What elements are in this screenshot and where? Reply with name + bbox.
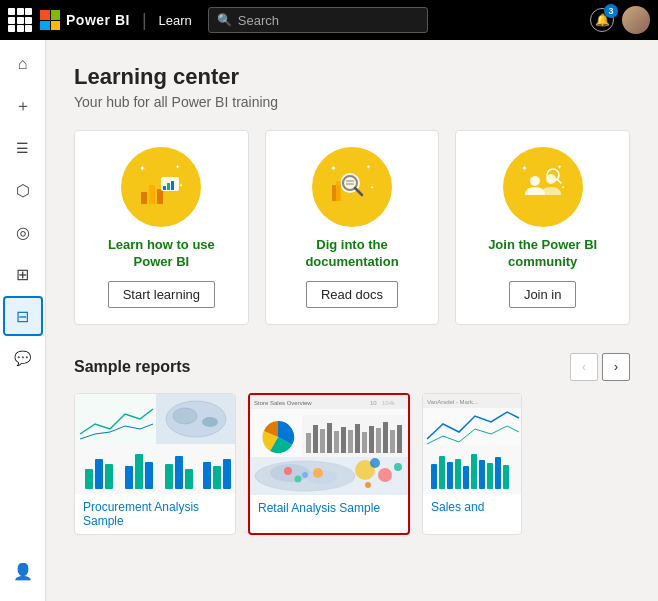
svg-rect-38	[105, 464, 113, 489]
svg-point-79	[370, 458, 380, 468]
notification-button[interactable]: 🔔 3	[590, 8, 614, 32]
svg-text:✦: ✦	[521, 164, 528, 173]
read-docs-button[interactable]: Read docs	[306, 281, 398, 308]
sidebar-item-goals[interactable]: ◎	[3, 212, 43, 252]
svg-rect-43	[175, 456, 183, 489]
svg-point-26	[530, 176, 540, 186]
retail-label: Retail Analysis Sample	[250, 495, 408, 521]
page-subtitle: Your hub for all Power BI training	[74, 94, 630, 110]
svg-rect-62	[355, 424, 360, 453]
search-input[interactable]	[238, 13, 419, 28]
svg-rect-65	[376, 428, 381, 453]
procurement-thumbnail	[75, 394, 235, 494]
svg-point-76	[295, 475, 302, 482]
page-title: Learning center	[74, 64, 630, 90]
svg-rect-42	[165, 464, 173, 489]
waffle-menu[interactable]	[8, 8, 32, 32]
svg-text:✦: ✦	[139, 164, 146, 173]
svg-point-73	[284, 467, 292, 475]
svg-rect-45	[203, 462, 211, 489]
notification-badge: 3	[604, 4, 618, 18]
svg-point-75	[313, 468, 323, 478]
svg-text:10: 10	[370, 400, 377, 406]
svg-rect-95	[503, 465, 509, 489]
data-icon: ⬡	[16, 181, 30, 200]
svg-rect-90	[463, 466, 469, 489]
svg-rect-9	[167, 183, 170, 190]
svg-text:VanArsdel - Mark...: VanArsdel - Mark...	[427, 399, 478, 405]
sales-thumbnail: VanArsdel - Mark...	[423, 394, 521, 494]
learn-icon: ⊟	[16, 307, 29, 326]
microsoft-logo[interactable]: Power BI	[40, 10, 130, 30]
svg-point-74	[302, 472, 308, 478]
sidebar-item-create[interactable]: ＋	[3, 86, 43, 126]
carousel-next-button[interactable]: ›	[602, 353, 630, 381]
svg-rect-87	[439, 456, 445, 489]
svg-rect-6	[157, 189, 163, 204]
svg-rect-10	[171, 181, 174, 190]
svg-rect-40	[135, 454, 143, 489]
goals-icon: ◎	[16, 223, 30, 242]
sample-card-procurement[interactable]: Procurement Analysis Sample	[74, 393, 236, 535]
chat-icon: 💬	[14, 350, 31, 366]
apps-icon: ⊞	[16, 265, 29, 284]
svg-rect-94	[495, 457, 501, 489]
svg-rect-93	[487, 463, 493, 489]
svg-point-33	[173, 408, 197, 424]
learn-card-documentation: ✦ ✦ ✦ Dig into the documentation Read do…	[265, 130, 440, 325]
procurement-label: Procurement Analysis Sample	[75, 494, 235, 534]
sidebar-item-people[interactable]: 👤	[3, 551, 43, 591]
card-illustration-documentation: ✦ ✦ ✦	[312, 147, 392, 227]
people-icon: 👤	[13, 562, 33, 581]
start-learning-button[interactable]: Start learning	[108, 281, 215, 308]
svg-rect-67	[390, 430, 395, 453]
carousel-prev-button[interactable]: ‹	[570, 353, 598, 381]
carousel-nav: ‹ ›	[570, 353, 630, 381]
sidebar-item-browse[interactable]: ☰	[3, 128, 43, 168]
svg-text:✦: ✦	[179, 182, 183, 188]
search-bar[interactable]: 🔍	[208, 7, 428, 33]
svg-point-78	[378, 468, 392, 482]
svg-rect-59	[334, 431, 339, 453]
svg-rect-61	[348, 430, 353, 453]
sidebar: ⌂ ＋ ☰ ⬡ ◎ ⊞ ⊟ 💬 👤	[0, 40, 46, 601]
sidebar-item-learn[interactable]: ⊟	[3, 296, 43, 336]
svg-rect-60	[341, 427, 346, 453]
sidebar-item-home[interactable]: ⌂	[3, 44, 43, 84]
svg-text:✦: ✦	[175, 164, 180, 170]
svg-rect-46	[213, 466, 221, 489]
svg-rect-47	[223, 459, 231, 489]
retail-thumbnail: Store Sales Overview 10 104k	[250, 395, 408, 495]
svg-text:Store Sales Overview: Store Sales Overview	[254, 400, 312, 406]
svg-text:✦: ✦	[366, 164, 371, 170]
sample-reports-header: Sample reports ‹ ›	[74, 353, 630, 381]
svg-rect-56	[313, 425, 318, 453]
home-icon: ⌂	[18, 55, 28, 73]
join-in-button[interactable]: Join in	[509, 281, 577, 308]
svg-rect-21	[336, 181, 341, 201]
learn-nav-label[interactable]: Learn	[159, 13, 192, 28]
sample-card-retail[interactable]: Store Sales Overview 10 104k	[248, 393, 410, 535]
svg-rect-92	[479, 460, 485, 489]
sidebar-item-apps[interactable]: ⊞	[3, 254, 43, 294]
user-avatar[interactable]	[622, 6, 650, 34]
svg-rect-44	[185, 469, 193, 489]
svg-text:✦: ✦	[557, 164, 562, 170]
brand-label: Power BI	[66, 12, 130, 28]
svg-point-34	[202, 417, 218, 427]
svg-rect-39	[125, 466, 133, 489]
navbar: Power BI | Learn 🔍 🔔 3	[0, 0, 658, 40]
sidebar-item-data[interactable]: ⬡	[3, 170, 43, 210]
sidebar-item-chat[interactable]: 💬	[3, 338, 43, 378]
sample-card-sales[interactable]: VanArsdel - Mark...	[422, 393, 522, 535]
sales-label: Sales and	[423, 494, 521, 520]
search-icon: 🔍	[217, 13, 232, 27]
svg-rect-58	[327, 423, 332, 453]
svg-point-81	[365, 482, 371, 488]
navbar-right: 🔔 3	[590, 6, 650, 34]
svg-rect-68	[397, 425, 402, 453]
sidebar-bottom: 👤	[3, 551, 43, 593]
svg-text:104k: 104k	[382, 400, 396, 406]
sample-reports-title: Sample reports	[74, 358, 190, 376]
svg-rect-41	[145, 462, 153, 489]
